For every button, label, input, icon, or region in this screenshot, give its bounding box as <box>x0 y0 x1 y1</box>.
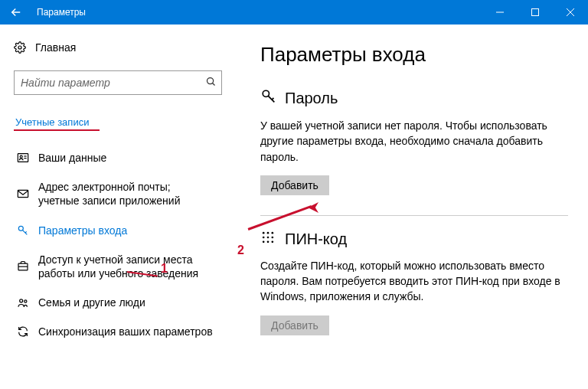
svg-point-20 <box>272 232 274 234</box>
key-icon <box>17 224 38 237</box>
pin-title: ПИН-код <box>285 230 347 248</box>
sync-icon <box>17 325 38 338</box>
search-input[interactable] <box>21 77 205 89</box>
svg-rect-1 <box>532 9 539 16</box>
password-section: Пароль У вашей учетной записи нет пароля… <box>260 88 568 195</box>
svg-point-25 <box>267 240 270 243</box>
page-title: Параметры входа <box>260 43 568 67</box>
svg-line-6 <box>213 83 215 86</box>
id-card-icon <box>17 152 38 163</box>
back-button[interactable] <box>0 0 32 25</box>
maximize-button[interactable] <box>518 0 553 25</box>
sidebar-item-label: Ваши данные <box>38 151 219 165</box>
pin-keypad-icon <box>260 230 285 249</box>
password-add-button[interactable]: Добавить <box>260 175 329 195</box>
sidebar-item-signin-options[interactable]: Параметры входа <box>14 216 222 245</box>
password-title: Пароль <box>285 90 338 107</box>
sidebar-item-label: Семья и другие люди <box>38 296 219 309</box>
password-desc: У вашей учетной записи нет пароля. Чтобы… <box>260 118 568 165</box>
titlebar: Параметры <box>0 0 588 25</box>
svg-point-4 <box>18 46 21 49</box>
sidebar-item-sync[interactable]: Синхронизация ваших параметров <box>14 317 222 346</box>
sidebar-item-your-info[interactable]: Ваши данные <box>14 143 222 172</box>
annotation-underline <box>14 129 100 131</box>
svg-point-21 <box>263 237 265 239</box>
minimize-button[interactable] <box>482 0 518 25</box>
sidebar: Главная Учетные записи Ваши данные Адрес… <box>0 25 230 389</box>
svg-point-22 <box>267 237 270 239</box>
divider <box>260 215 568 216</box>
pin-desc: Создайте ПИН-код, который можно использо… <box>260 258 568 305</box>
svg-point-15 <box>20 299 23 302</box>
mail-icon <box>17 188 38 199</box>
sidebar-section-header: Учетные записи <box>14 116 222 128</box>
sidebar-home-label: Главная <box>35 41 76 54</box>
sidebar-item-label: Адрес электронной почты; учетные записи … <box>38 180 219 208</box>
gear-icon <box>14 41 35 54</box>
sidebar-home[interactable]: Главная <box>14 35 222 60</box>
svg-rect-11 <box>18 191 28 198</box>
people-icon <box>17 297 38 309</box>
sidebar-item-work-school[interactable]: Доступ к учетной записи места работы или… <box>14 245 222 288</box>
svg-point-19 <box>267 232 270 234</box>
key-icon <box>260 88 285 109</box>
svg-point-16 <box>24 300 27 302</box>
sidebar-item-label: Синхронизация ваших параметров <box>38 325 219 338</box>
sidebar-item-label: Доступ к учетной записи места работы или… <box>38 253 219 280</box>
main-content: Параметры входа Пароль У вашей учетной з… <box>230 25 588 389</box>
briefcase-icon <box>17 260 38 272</box>
search-icon <box>205 76 217 90</box>
pin-add-button[interactable]: Добавить <box>260 315 329 335</box>
client-area: Главная Учетные записи Ваши данные Адрес… <box>0 25 588 389</box>
svg-rect-7 <box>18 154 28 162</box>
sidebar-item-family[interactable]: Семья и другие люди <box>14 288 222 317</box>
svg-point-18 <box>263 232 265 234</box>
sidebar-item-email[interactable]: Адрес электронной почты; учетные записи … <box>14 172 222 215</box>
search-input-wrap[interactable] <box>14 70 222 95</box>
sidebar-item-label: Параметры входа <box>38 224 219 237</box>
svg-point-26 <box>272 240 274 243</box>
svg-point-23 <box>272 237 274 239</box>
svg-point-24 <box>263 240 265 243</box>
pin-section: ПИН-код Создайте ПИН-код, который можно … <box>260 230 568 335</box>
svg-point-8 <box>20 155 22 158</box>
close-button[interactable] <box>553 0 588 25</box>
window-title: Параметры <box>32 7 86 18</box>
svg-point-5 <box>207 78 214 84</box>
